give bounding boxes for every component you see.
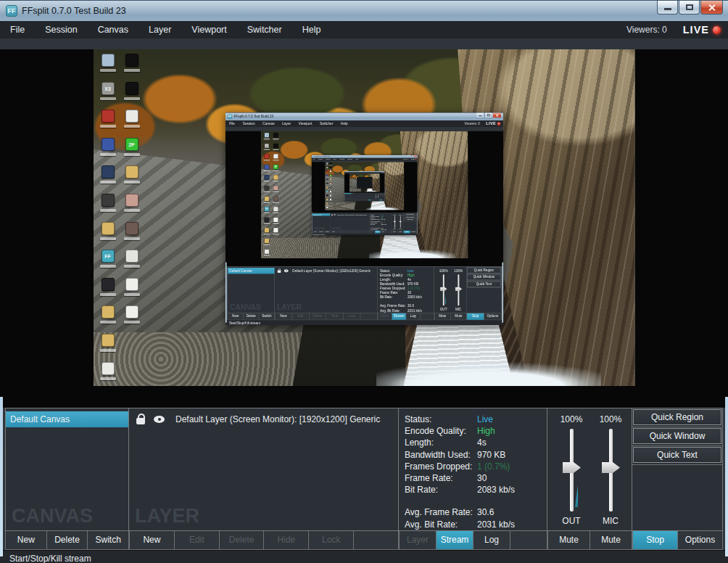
button-edit: Edit [354,200,356,200]
button-mute[interactable]: Mute [547,531,590,549]
button-log: Log [380,231,385,234]
menu-canvas[interactable]: Canvas [88,21,138,38]
out-level-meter [444,296,446,304]
eye-visibility-icon [352,193,353,194]
mic-volume-slider: 100% MIC [451,267,465,313]
desktop-icon [98,54,118,72]
menu-layer: Layer [352,172,354,173]
button-stop[interactable]: Stop [632,531,678,549]
button-stream: Stream [368,200,371,200]
maximize-icon [411,155,412,156]
out-volume-slider[interactable]: 100% OUT [553,408,590,530]
button-lock[interactable]: Lock [309,531,354,549]
quick-quick-region-button: Quick Region [467,267,501,273]
bottom-button-bar: NewDeleteSwitchNewEditDeleteHideLockLaye… [0,531,728,550]
desktop-icon: 2P [271,165,279,171]
maximize-button[interactable] [679,1,700,15]
quick-quick-window-button[interactable]: Quick Window [633,428,721,444]
minimize-button [407,155,410,157]
menu-layer[interactable]: Layer [138,21,181,38]
desktop-icon [271,154,279,160]
eye-visibility-icon[interactable] [154,415,165,424]
quick-actions-panel: Quick RegionQuick WindowQuick Text [403,213,416,231]
view-buttons: LayerStreamLog [366,200,374,200]
button-new[interactable]: New [5,531,47,549]
button-edit[interactable]: Edit [175,531,220,549]
desktop-icon [326,175,328,178]
stream-buttons: StopOptions [379,200,384,200]
desktop-icon [98,305,118,324]
layer-label: Default Layer (Screen Monitor): [1920x12… [175,414,380,424]
minimize-button[interactable] [657,1,678,15]
titlebar: FF FFsplit 0.7.0 Test Build 23 [311,155,417,158]
layer-list-item: Default Layer (Screen Monitor): [1920x12… [274,267,377,273]
menu-session: Session [316,158,324,160]
desktop-icon [271,218,279,224]
button-mute: Mute [374,200,376,200]
viewers-count: Viewers: 0 [464,122,479,126]
out-slider-thumb [440,287,447,292]
menu-session[interactable]: Session [35,21,87,38]
desktop-icon: X3 [98,82,118,100]
button-layer[interactable]: Layer [399,531,437,549]
desktop-icon [271,133,279,139]
stream-preview-stage: X32PFF [344,173,384,193]
button-switch[interactable]: Switch [88,531,129,549]
desktop-icon [326,163,328,165]
button-stop: Stop [379,200,381,200]
menu-switcher[interactable]: Switcher [237,21,292,38]
quick-quick-region-button[interactable]: Quick Region [633,409,721,425]
layer-list-item[interactable]: Default Layer (Screen Monitor): [1920x12… [129,408,398,424]
button-stream: Stream [392,313,405,319]
menubar-right: Viewers: 0 LIVE [402,158,417,160]
status-row: Bit Rate:2083 kb/s [405,484,547,496]
quick-quick-text-button: Quick Text [403,218,416,221]
button-stream[interactable]: Stream [437,531,473,549]
button-edit: Edit [336,231,343,234]
button-layer: Layer [377,313,392,319]
button-new[interactable]: New [129,531,175,549]
button-mute: Mute [376,200,379,200]
stream-preview: X32PFF FF FFsplit 0.7.0 Test Build 23 Fi… [261,131,468,258]
desktop-icon [262,218,270,224]
menu-file[interactable]: File [0,21,35,38]
status-row: Status:Live [405,414,547,425]
titlebar: FF FFsplit 0.7.0 Test Build 23 [226,112,503,120]
mic-volume-slider[interactable]: 100% MIC [592,408,629,530]
desktop-icon [326,183,328,186]
out-volume-value: 100% [553,414,590,424]
stream-preview-nested-window: FF FFsplit 0.7.0 Test Build 23 FileSessi… [226,112,503,325]
button-delete[interactable]: Delete [220,531,265,549]
menu-viewport[interactable]: Viewport [181,21,236,38]
menu-layer: Layer [278,120,294,127]
mic-slider-thumb[interactable] [602,462,620,473]
canvas-list-item[interactable]: Default Canvas [6,411,128,427]
desktop-icon [262,133,270,139]
close-button[interactable] [700,1,723,15]
button-log[interactable]: Log [473,531,510,549]
button-mute[interactable]: Mute [590,531,632,549]
stream-preview[interactable]: X32PFF FF FFsplit 0.7.0 Test Build 23 Fi… [94,49,635,386]
desktop-icon [328,194,331,197]
desktop-icon [328,183,331,186]
desktop-icon [271,196,279,202]
window-controls [380,171,384,172]
button-lock: Lock [361,200,363,200]
mic-label: MIC [451,307,465,311]
menubar-right: Viewers: 0 LIVE [379,172,384,173]
out-slider-thumb[interactable] [563,462,581,473]
button-mute: Mute [450,313,466,319]
mute-buttons: MuteMute [434,313,467,320]
canvas-watermark: CANVAS [344,198,349,200]
menu-help[interactable]: Help [292,21,331,38]
lock-icon[interactable] [136,414,145,424]
desktop-icon [262,186,270,192]
quick-quick-text-button[interactable]: Quick Text [633,447,721,463]
button-options[interactable]: Options [678,531,723,549]
menu-items: FileSessionCanvasLayerViewportSwitcherHe… [311,158,359,160]
status-row: Bit Rate:2083 kb/s [379,295,434,300]
button-hide[interactable]: Hide [264,531,309,549]
layer-watermark: LAYER [276,303,301,312]
button-delete[interactable]: Delete [47,531,88,549]
titlebar[interactable]: FF FFsplit 0.7.0 Test Build 23 [0,0,728,21]
